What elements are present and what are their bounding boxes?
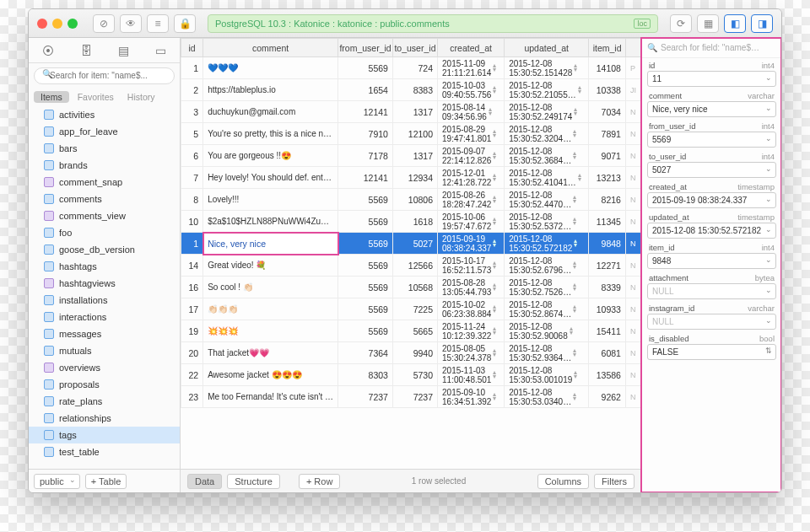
- cell-to[interactable]: 7237: [392, 386, 437, 408]
- table-row[interactable]: 3duchuykun@gmail.com1214113172015-08-140…: [181, 101, 641, 123]
- sidebar-item-messages[interactable]: messages: [29, 325, 180, 342]
- cell-updated[interactable]: 2015-12-0815:30:52.3204…▴▾: [505, 123, 589, 145]
- table-row[interactable]: 1Nice, very nice556950272015-09-1908:38:…: [181, 233, 641, 255]
- connection-path[interactable]: PostgreSQL 10.3 : Katonice : katonice : …: [208, 14, 658, 33]
- tab-data[interactable]: Data: [187, 474, 222, 489]
- cell-from[interactable]: 1654: [338, 79, 393, 101]
- cell-from[interactable]: 7237: [338, 386, 393, 408]
- table-row[interactable]: 7Hey lovely! You should def. enter the C…: [181, 167, 641, 189]
- cell-id[interactable]: 3: [181, 101, 203, 123]
- table-list[interactable]: activitiesapp_for_leavebarsbrandscomment…: [29, 106, 180, 470]
- col-created_at[interactable]: created_at: [438, 39, 505, 57]
- sidebar-item-relationships[interactable]: relationships: [29, 410, 180, 427]
- cell-created[interactable]: 2015-12-0112:41:28.722▴▾: [438, 167, 505, 189]
- cell-from[interactable]: 5569: [338, 277, 393, 298]
- col-item_id[interactable]: item_id: [589, 39, 626, 57]
- cell-updated[interactable]: 2015-12-0815:30:52.6796…▴▾: [505, 255, 589, 277]
- cell-to[interactable]: 10568: [392, 277, 437, 298]
- sidebar-item-hashtags[interactable]: hashtags: [29, 258, 180, 275]
- cell-comment[interactable]: https://tableplus.io: [203, 79, 338, 101]
- cell-item[interactable]: 10933: [589, 298, 626, 320]
- table-row[interactable]: 17👏🏻👏🏻👏🏻556972252015-10-0206:23:38.884▴▾…: [181, 298, 641, 320]
- sidebar-item-bars[interactable]: bars: [29, 140, 180, 157]
- cell-to[interactable]: 5027: [392, 233, 437, 255]
- cell-updated[interactable]: 2015-12-0815:30:52.21055…▴▾: [505, 79, 589, 101]
- cell-id[interactable]: 17: [181, 298, 203, 320]
- cell-created[interactable]: 2015-08-2919:47:41.801▴▾: [438, 123, 505, 145]
- field-value[interactable]: 9848: [647, 253, 776, 269]
- table-row[interactable]: 14Great video! 💐5569125662015-10-1716:52…: [181, 255, 641, 277]
- cell-from[interactable]: 8303: [338, 364, 393, 386]
- cell-created[interactable]: 2015-08-2618:28:47.242▴▾: [438, 189, 505, 211]
- cell-comment[interactable]: You are gorgeous !!😍: [203, 145, 338, 167]
- sidebar-item-goose_db_version[interactable]: goose_db_version: [29, 241, 180, 258]
- cell-id[interactable]: 22: [181, 364, 203, 386]
- cell-from[interactable]: 5569: [338, 233, 393, 255]
- filters-button[interactable]: Filters: [594, 474, 634, 489]
- cell-created[interactable]: 2015-10-0206:23:38.884▴▾: [438, 298, 505, 320]
- table-row[interactable]: 22Awesome jacket 😍😍😍830357302015-11-0311…: [181, 364, 641, 386]
- cell-to[interactable]: 5665: [392, 320, 437, 342]
- cell-from[interactable]: 7364: [338, 342, 393, 364]
- cell-item[interactable]: 7034: [589, 101, 626, 123]
- cell-from[interactable]: 7178: [338, 145, 393, 167]
- cell-from[interactable]: 5569: [338, 298, 393, 320]
- sidebar-item-brands[interactable]: brands: [29, 157, 180, 174]
- cell-id[interactable]: 7: [181, 167, 203, 189]
- cell-created[interactable]: 2015-10-1716:52:11.573▴▾: [438, 255, 505, 277]
- sidebar-item-interactions[interactable]: interactions: [29, 309, 180, 325]
- sidebar-item-test_table[interactable]: test_table: [29, 443, 180, 460]
- cell-from[interactable]: 5569: [338, 320, 393, 342]
- cell-updated[interactable]: 2015-12-0815:30:52.151428▴▾: [505, 57, 589, 79]
- field-value[interactable]: 2015-09-19 08:38:24.337: [647, 192, 776, 208]
- refresh-icon[interactable]: ⟳: [670, 14, 692, 33]
- field-value[interactable]: 5569: [647, 132, 776, 148]
- minimize-window-icon[interactable]: [52, 19, 62, 29]
- cell-created[interactable]: 2015-11-0921:11:21.614▴▾: [438, 57, 505, 79]
- cell-created[interactable]: 2015-11-2410:12:39.322▴▾: [438, 320, 505, 342]
- cell-item[interactable]: 8216: [589, 189, 626, 211]
- history-icon[interactable]: ≡: [147, 14, 169, 33]
- cell-item[interactable]: 13586: [589, 364, 626, 386]
- cell-id[interactable]: 1: [181, 57, 203, 79]
- cell-updated[interactable]: 2015-12-0815:30:52.3684…▴▾: [505, 145, 589, 167]
- cell-to[interactable]: 1317: [392, 145, 437, 167]
- table-row[interactable]: 19💥💥💥556956652015-11-2410:12:39.322▴▾201…: [181, 320, 641, 342]
- database-icon[interactable]: 🗄: [80, 44, 92, 57]
- cell-from[interactable]: 7910: [338, 123, 393, 145]
- sidebar-item-overviews[interactable]: overviews: [29, 359, 180, 376]
- cell-item[interactable]: 9071: [589, 145, 626, 167]
- cell-created[interactable]: 2015-08-0515:30:24.378▴▾: [438, 342, 505, 364]
- sidebar-item-proposals[interactable]: proposals: [29, 376, 180, 393]
- sidebar-item-app_for_leave[interactable]: app_for_leave: [29, 123, 180, 140]
- cell-id[interactable]: 16: [181, 277, 203, 298]
- sidebar-item-installations[interactable]: installations: [29, 292, 180, 309]
- cell-item[interactable]: 9848: [589, 233, 626, 255]
- cell-to[interactable]: 12566: [392, 255, 437, 277]
- cell-id[interactable]: 10: [181, 211, 203, 233]
- sidebar-item-foo[interactable]: foo: [29, 224, 180, 241]
- cell-created[interactable]: 2015-10-0309:40:55.756▴▾: [438, 79, 505, 101]
- cell-id[interactable]: 14: [181, 255, 203, 277]
- connection-icon[interactable]: ⦿: [42, 44, 54, 57]
- cell-to[interactable]: 7225: [392, 298, 437, 320]
- table-row[interactable]: 5You're so pretty, this is a nice ni gor…: [181, 123, 641, 145]
- cell-to[interactable]: 1618: [392, 211, 437, 233]
- cell-to[interactable]: 8383: [392, 79, 437, 101]
- sidebar-item-activities[interactable]: activities: [29, 106, 180, 123]
- cell-item[interactable]: 7891: [589, 123, 626, 145]
- sql-icon[interactable]: ▭: [155, 44, 166, 57]
- cell-id[interactable]: 6: [181, 145, 203, 167]
- grid-icon[interactable]: ▦: [697, 14, 719, 33]
- cell-updated[interactable]: 2015-12-0815:30:52.4470…▴▾: [505, 189, 589, 211]
- cell-id[interactable]: 23: [181, 386, 203, 408]
- table-row[interactable]: 20That jacket💗💗736499402015-08-0515:30:2…: [181, 342, 641, 364]
- cell-comment[interactable]: Great video! 💐: [203, 255, 338, 277]
- cell-to[interactable]: 5730: [392, 364, 437, 386]
- table-row[interactable]: 10$2a$10$HZLN88PNuWWi4ZuS91LbRdR98jt0kbl…: [181, 211, 641, 233]
- cell-comment[interactable]: Lovely!!!: [203, 189, 338, 211]
- cell-updated[interactable]: 2015-12-0815:30:52.7526…▴▾: [505, 277, 589, 298]
- cell-item[interactable]: 15411: [589, 320, 626, 342]
- cell-id[interactable]: 5: [181, 123, 203, 145]
- tab-history[interactable]: History: [122, 91, 160, 103]
